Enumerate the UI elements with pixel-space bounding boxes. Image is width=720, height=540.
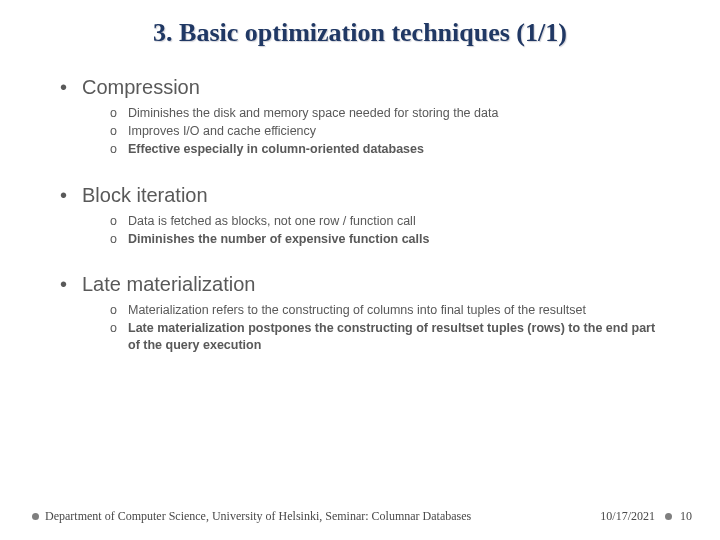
slide: 3. Basic optimization techniques (1/1) •… (0, 0, 720, 540)
bullet-icon: • (60, 185, 82, 205)
list-item: oData is fetched as blocks, not one row … (110, 213, 670, 230)
o-bullet-icon: o (110, 123, 128, 140)
o-bullet-icon: o (110, 105, 128, 122)
list-item: oLate materialization postpones the cons… (110, 320, 670, 354)
list-item: oEffective especially in column-oriented… (110, 141, 670, 158)
o-bullet-icon: o (110, 302, 128, 319)
slide-title: 3. Basic optimization techniques (1/1) (50, 18, 670, 48)
o-bullet-icon: o (110, 141, 128, 158)
list-item: oImproves I/O and cache efficiency (110, 123, 670, 140)
footer-dot-icon (665, 513, 672, 520)
footer-department: Department of Computer Science, Universi… (45, 509, 471, 524)
o-bullet-icon: o (110, 320, 128, 337)
section-heading: Block iteration (82, 184, 208, 207)
section-late-materialization: • Late materialization oMaterialization … (60, 273, 670, 354)
item-text: Late materialization postpones the const… (128, 320, 670, 354)
bullet-icon: • (60, 77, 82, 97)
footer-date: 10/17/2021 (600, 509, 655, 524)
footer-page-number: 10 (680, 509, 692, 524)
section-compression: • Compression oDiminishes the disk and m… (60, 76, 670, 158)
list-item: oDiminishes the number of expensive func… (110, 231, 670, 248)
item-text: Materialization refers to the constructi… (128, 302, 586, 319)
section-block-iteration: • Block iteration oData is fetched as bl… (60, 184, 670, 248)
list-item: oMaterialization refers to the construct… (110, 302, 670, 319)
item-text: Diminishes the disk and memory space nee… (128, 105, 498, 122)
item-text: Improves I/O and cache efficiency (128, 123, 316, 140)
list-item: oDiminishes the disk and memory space ne… (110, 105, 670, 122)
o-bullet-icon: o (110, 231, 128, 248)
sub-list: oData is fetched as blocks, not one row … (110, 213, 670, 248)
o-bullet-icon: o (110, 213, 128, 230)
section-heading: Compression (82, 76, 200, 99)
item-text: Data is fetched as blocks, not one row /… (128, 213, 416, 230)
bullet-icon: • (60, 274, 82, 294)
section-heading: Late materialization (82, 273, 255, 296)
content-list: • Compression oDiminishes the disk and m… (60, 76, 670, 354)
sub-list: oMaterialization refers to the construct… (110, 302, 670, 354)
item-text: Diminishes the number of expensive funct… (128, 231, 429, 248)
footer-dot-icon (32, 513, 39, 520)
sub-list: oDiminishes the disk and memory space ne… (110, 105, 670, 158)
item-text: Effective especially in column-oriented … (128, 141, 424, 158)
footer: Department of Computer Science, Universi… (32, 509, 692, 524)
